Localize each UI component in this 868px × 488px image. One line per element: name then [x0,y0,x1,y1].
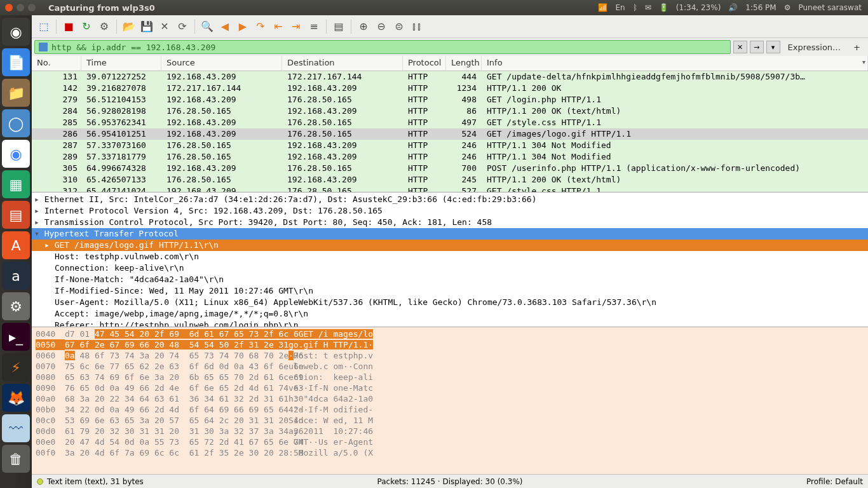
expression-button[interactable]: Expression… [783,43,846,52]
hex-row[interactable]: 00a068 3a 20 22 34 64 63 61 36 34 61 32 … [36,393,864,404]
packet-row[interactable]: 28456.928028198176.28.50.165192.168.43.2… [32,105,868,117]
hex-row[interactable]: 00c053 69 6e 63 65 3a 20 57 65 64 2c 20 … [36,415,864,426]
launcher-firefox[interactable]: 🦊 [2,384,30,412]
battery-icon[interactable]: 🔋 [659,3,668,12]
detail-http-header[interactable]: Host: testphp.vulnweb.com\r\n [32,251,868,262]
zoom-out-button[interactable]: ⊖ [373,18,390,35]
find-packet-button[interactable]: 🔍 [199,18,215,35]
launcher-amazon[interactable]: a [2,262,30,290]
lang-indicator[interactable]: En [615,3,625,12]
volume-icon[interactable]: 🔊 [728,3,738,12]
column-protocol[interactable]: Protocol [403,56,446,71]
launcher-text-editor[interactable]: 📄 [2,48,30,76]
bluetooth-icon[interactable]: ᛒ [633,3,637,12]
detail-tcp[interactable]: Transmission Control Protocol, Src Port:… [32,217,868,228]
launcher-files[interactable]: 📁 [2,79,30,107]
launcher-chromium[interactable]: ◯ [2,109,30,137]
launcher-terminal[interactable]: ▸_ [2,323,30,351]
stop-capture-button[interactable]: ■ [60,18,77,35]
detail-http-request[interactable]: GET /images/logo.gif HTTP/1.1\r\n [32,240,868,251]
launcher-trash[interactable]: 🗑 [2,445,30,473]
column-length[interactable]: Length [446,56,482,71]
packet-bytes-pane[interactable]: 0040d7 01 47 45 54 20 2f 69 6d 61 67 65 … [32,327,868,474]
packet-row[interactable]: 31265.447141024192.168.43.209176.28.50.1… [32,186,868,192]
packet-row[interactable]: 31065.426507133176.28.50.165192.168.43.2… [32,174,868,186]
detail-ip[interactable]: Internet Protocol Version 4, Src: 192.16… [32,205,868,217]
minimize-icon[interactable] [17,4,24,11]
hex-row[interactable]: 00600a 48 6f 73 74 3a 20 74 65 73 74 70 … [36,350,864,361]
hex-row[interactable]: 008065 63 74 69 6f 6e 3a 20 6b 65 65 70 … [36,372,864,383]
go-forward-button[interactable]: ▶ [234,18,251,35]
column-info[interactable]: Info [482,56,868,71]
launcher-chrome[interactable]: ◉ [2,140,30,168]
wifi-icon[interactable]: 📶 [598,3,607,12]
launcher-software[interactable]: A [2,231,30,259]
launcher-settings[interactable]: ⚙ [2,292,30,320]
detail-http-header[interactable]: If-None-Match: "4dca64a2-1a04"\r\n [32,274,868,285]
filter-apply-button[interactable]: → [750,41,764,53]
hex-row[interactable]: 0040d7 01 47 45 54 20 2f 69 6d 61 67 65 … [36,329,864,339]
column-destination[interactable]: Destination [282,56,403,71]
packet-details-pane[interactable]: Ethernet II, Src: IntelCor_26:7a:d7 (34:… [32,192,868,327]
save-file-button[interactable]: 💾 [139,18,155,35]
detail-http[interactable]: Hypertext Transfer Protocol [32,228,868,240]
restart-capture-button[interactable]: ↻ [78,18,95,35]
colorize-button[interactable]: ▤ [330,18,347,35]
column-time[interactable]: Time [81,56,161,71]
mail-icon[interactable]: ✉ [645,3,651,12]
go-to-packet-button[interactable]: ↷ [252,18,269,35]
close-file-button[interactable]: ✕ [156,18,173,35]
hex-row[interactable]: 009076 65 0d 0a 49 66 2d 4e 6f 6e 65 2d … [36,383,864,393]
packet-row[interactable]: 27956.512104153192.168.43.209176.28.50.1… [32,94,868,105]
hex-row[interactable]: 007075 6c 6e 77 65 62 2e 63 6f 6d 0d 0a … [36,361,864,372]
detail-ethernet[interactable]: Ethernet II, Src: IntelCor_26:7a:d7 (34:… [32,194,868,205]
hex-row[interactable]: 00f03a 20 4d 6f 7a 69 6c 6c 61 2f 35 2e … [36,447,864,458]
maximize-icon[interactable] [28,4,36,11]
status-profile[interactable]: Profile: Default [588,477,863,486]
zoom-in-button[interactable]: ⊕ [355,18,372,35]
packet-row[interactable]: 13139.071227252192.168.43.209172.217.167… [32,71,868,83]
filter-clear-button[interactable]: ✕ [733,41,747,53]
zoom-reset-button[interactable]: ⊜ [391,18,407,35]
resize-columns-button[interactable]: ⫿⫿ [409,18,425,35]
display-filter-input[interactable]: http && ip.addr == 192.168.43.209 [34,40,731,54]
go-first-button[interactable]: ⇤ [270,18,287,35]
launcher-dash[interactable]: ◉ [2,18,30,46]
column-source[interactable]: Source [161,56,282,71]
launcher-wireshark[interactable]: 〰 [2,414,30,442]
close-icon[interactable] [5,4,13,11]
clock[interactable]: 1:56 PM [745,3,776,12]
hex-row[interactable]: 00e020 47 4d 54 0d 0a 55 73 65 72 2d 41 … [36,437,864,447]
hex-row[interactable]: 00b034 22 0d 0a 49 66 2d 4d 6f 64 69 66 … [36,404,864,415]
column-menu-icon[interactable]: ▾ [862,58,865,65]
capture-options-button[interactable]: ⚙ [96,18,112,35]
user-name[interactable]: Puneet saraswat [798,3,862,12]
launcher-impress[interactable]: ▤ [2,201,30,229]
add-filter-button[interactable]: + [848,43,865,52]
packet-row[interactable]: 28656.954101251192.168.43.209176.28.50.1… [32,128,868,140]
hex-row[interactable]: 005067 6f 2e 67 69 66 20 48 54 54 50 2f … [36,339,864,350]
detail-http-header[interactable]: Accept: image/webp,image/apng,image/*,*/… [32,308,868,320]
gear-icon[interactable]: ⚙ [784,3,791,12]
detail-http-header[interactable]: If-Modified-Since: Wed, 11 May 2011 10:2… [32,285,868,297]
wireshark-logo-icon[interactable]: ⬚ [36,18,52,35]
auto-scroll-button[interactable]: ≡ [306,18,322,35]
launcher-calc[interactable]: ▦ [2,170,30,198]
packet-row[interactable]: 28957.337181779176.28.50.165192.168.43.2… [32,151,868,163]
packet-row[interactable]: 30564.996674328192.168.43.209176.28.50.1… [32,163,868,174]
filter-recent-button[interactable]: ▾ [766,41,780,53]
packet-row[interactable]: 14239.216827078172.217.167.144192.168.43… [32,83,868,94]
packet-list[interactable]: 13139.071227252192.168.43.209172.217.167… [32,71,868,192]
go-back-button[interactable]: ◀ [217,18,233,35]
hex-row[interactable]: 00d061 79 20 32 30 31 31 20 31 30 3a 32 … [36,426,864,437]
packet-row[interactable]: 28757.337073160176.28.50.165192.168.43.2… [32,140,868,151]
reload-button[interactable]: ⟳ [174,18,191,35]
expert-info-icon[interactable] [37,478,43,485]
packet-row[interactable]: 28556.953762341192.168.43.209176.28.50.1… [32,117,868,128]
detail-http-header[interactable]: User-Agent: Mozilla/5.0 (X11; Linux x86_… [32,297,868,308]
filter-bookmark-icon[interactable] [39,43,48,51]
detail-http-header[interactable]: Connection: keep-alive\r\n [32,262,868,274]
go-last-button[interactable]: ⇥ [288,18,304,35]
launcher-zap[interactable]: ⚡ [2,353,30,381]
column-no[interactable]: No. [32,56,81,71]
